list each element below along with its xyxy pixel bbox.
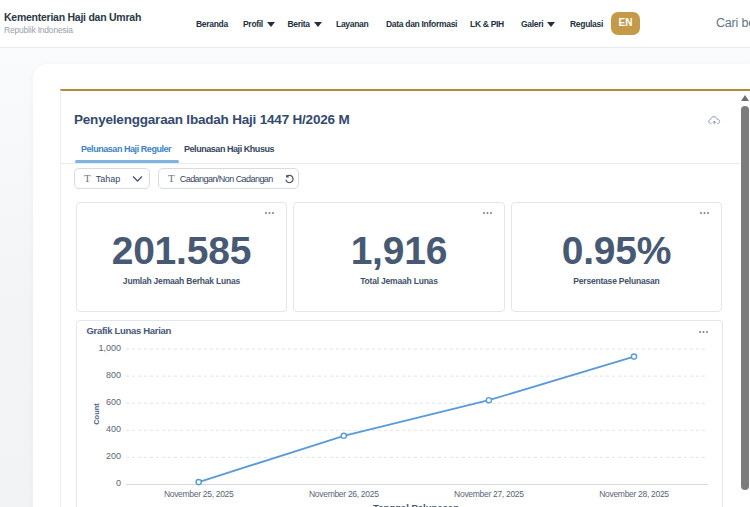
svg-text:600: 600 [106, 397, 121, 407]
svg-text:Count: Count [92, 403, 101, 425]
svg-text:November 26, 2025: November 26, 2025 [309, 489, 379, 499]
svg-text:November 27, 2025: November 27, 2025 [454, 489, 524, 499]
svg-text:0: 0 [116, 478, 121, 488]
svg-text:Tanggal Pelunasan: Tanggal Pelunasan [373, 502, 459, 507]
svg-text:November 25, 2025: November 25, 2025 [164, 489, 234, 499]
svg-text:November 28, 2025: November 28, 2025 [599, 489, 669, 499]
svg-text:200: 200 [106, 451, 121, 461]
svg-text:800: 800 [106, 370, 121, 380]
svg-text:1,000: 1,000 [98, 343, 121, 353]
svg-text:400: 400 [106, 424, 121, 434]
